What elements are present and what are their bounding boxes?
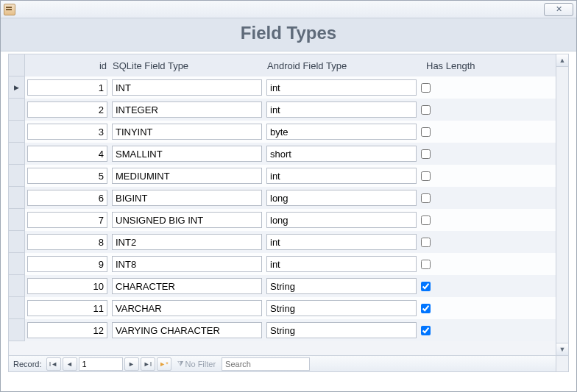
row-selector[interactable] bbox=[9, 121, 25, 143]
has-length-checkbox[interactable] bbox=[421, 282, 431, 291]
no-filter-indicator: ⧩ No Filter bbox=[173, 360, 221, 368]
titlebar: ✕ bbox=[1, 1, 576, 18]
id-field[interactable] bbox=[27, 146, 107, 162]
id-field[interactable] bbox=[27, 190, 107, 206]
sqlite-type-field[interactable] bbox=[112, 124, 262, 140]
scroll-up-icon[interactable]: ▲ bbox=[556, 54, 568, 67]
android-type-field[interactable] bbox=[266, 322, 417, 338]
col-header-sqlite[interactable]: SQLite Field Type bbox=[110, 60, 264, 71]
row-selector[interactable] bbox=[9, 99, 25, 121]
row-selector[interactable] bbox=[9, 143, 25, 165]
android-type-field[interactable] bbox=[266, 300, 417, 316]
close-icon: ✕ bbox=[556, 4, 562, 14]
android-type-field[interactable] bbox=[266, 101, 417, 118]
has-length-checkbox[interactable] bbox=[421, 149, 431, 159]
sqlite-type-field[interactable] bbox=[112, 79, 262, 96]
vertical-scrollbar[interactable]: ▲ ▼ bbox=[556, 54, 568, 355]
form-header: Field Types bbox=[1, 18, 576, 51]
sqlite-type-field[interactable] bbox=[112, 322, 262, 338]
android-type-field[interactable] bbox=[266, 212, 417, 228]
row-selector[interactable] bbox=[9, 165, 25, 187]
page-title: Field Types bbox=[1, 23, 576, 43]
row-selector[interactable] bbox=[9, 209, 25, 231]
col-header-id[interactable]: id bbox=[25, 60, 110, 71]
id-field[interactable] bbox=[27, 168, 107, 184]
table-row bbox=[9, 231, 556, 253]
table-row bbox=[9, 121, 556, 143]
datasheet-grid: id SQLite Field Type Android Field Type … bbox=[9, 54, 556, 355]
android-type-field[interactable] bbox=[266, 234, 417, 250]
sqlite-type-field[interactable] bbox=[112, 278, 262, 294]
scroll-down-icon[interactable]: ▼ bbox=[556, 343, 568, 355]
table-row bbox=[9, 275, 556, 297]
id-field[interactable] bbox=[27, 256, 107, 272]
search-input[interactable] bbox=[222, 357, 310, 371]
id-field[interactable] bbox=[27, 124, 107, 140]
current-record-input[interactable] bbox=[79, 357, 123, 371]
nav-next-button[interactable]: ► bbox=[124, 357, 139, 371]
table-row bbox=[9, 187, 556, 209]
has-length-checkbox[interactable] bbox=[421, 304, 431, 313]
has-length-checkbox[interactable] bbox=[421, 238, 431, 247]
nav-new-button[interactable]: ►* bbox=[157, 357, 171, 371]
form-icon bbox=[4, 4, 15, 15]
id-field[interactable] bbox=[27, 278, 107, 294]
table-row bbox=[9, 165, 556, 187]
sqlite-type-field[interactable] bbox=[112, 300, 262, 316]
row-selector[interactable] bbox=[9, 297, 25, 319]
row-selector-header[interactable] bbox=[9, 54, 25, 76]
record-navigator: Record: I◄ ◄ ► ►I ►* ⧩ No Filter bbox=[9, 355, 556, 371]
table-row bbox=[9, 99, 556, 121]
android-type-field[interactable] bbox=[266, 124, 417, 140]
sqlite-type-field[interactable] bbox=[112, 256, 262, 272]
android-type-field[interactable] bbox=[266, 168, 417, 184]
id-field[interactable] bbox=[27, 234, 107, 250]
android-type-field[interactable] bbox=[266, 79, 417, 96]
has-length-checkbox[interactable] bbox=[421, 326, 431, 335]
nav-first-button[interactable]: I◄ bbox=[46, 357, 61, 371]
row-selector[interactable] bbox=[9, 319, 25, 341]
grid-wrap: id SQLite Field Type Android Field Type … bbox=[9, 54, 568, 371]
resize-grip[interactable] bbox=[556, 355, 568, 371]
col-header-haslength[interactable]: Has Length bbox=[419, 60, 478, 71]
table-row bbox=[9, 297, 556, 319]
sqlite-type-field[interactable] bbox=[112, 101, 262, 118]
has-length-checkbox[interactable] bbox=[421, 127, 431, 137]
record-label: Record: bbox=[10, 360, 45, 368]
row-selector[interactable] bbox=[9, 76, 25, 99]
access-form-window: ✕ Field Types id SQLite Field Type Andro… bbox=[0, 0, 577, 392]
row-selector[interactable] bbox=[9, 187, 25, 209]
table-row bbox=[9, 209, 556, 231]
has-length-checkbox[interactable] bbox=[421, 215, 431, 225]
no-filter-label: No Filter bbox=[185, 360, 216, 368]
has-length-checkbox[interactable] bbox=[421, 83, 431, 93]
sqlite-type-field[interactable] bbox=[112, 168, 262, 184]
sqlite-type-field[interactable] bbox=[112, 146, 262, 162]
sqlite-type-field[interactable] bbox=[112, 234, 262, 250]
sqlite-type-field[interactable] bbox=[112, 190, 262, 206]
has-length-checkbox[interactable] bbox=[421, 193, 431, 203]
id-field[interactable] bbox=[27, 79, 107, 96]
form-body: id SQLite Field Type Android Field Type … bbox=[8, 54, 569, 372]
row-selector[interactable] bbox=[9, 275, 25, 297]
android-type-field[interactable] bbox=[266, 256, 417, 272]
id-field[interactable] bbox=[27, 101, 107, 118]
has-length-checkbox[interactable] bbox=[421, 171, 431, 181]
has-length-checkbox[interactable] bbox=[421, 260, 431, 269]
column-header-row: id SQLite Field Type Android Field Type … bbox=[9, 54, 556, 76]
table-row bbox=[9, 76, 556, 99]
has-length-checkbox[interactable] bbox=[421, 105, 431, 115]
android-type-field[interactable] bbox=[266, 190, 417, 206]
id-field[interactable] bbox=[27, 322, 107, 338]
row-selector[interactable] bbox=[9, 231, 25, 253]
android-type-field[interactable] bbox=[266, 146, 417, 162]
close-button[interactable]: ✕ bbox=[544, 3, 573, 16]
nav-prev-button[interactable]: ◄ bbox=[63, 357, 77, 371]
row-selector[interactable] bbox=[9, 253, 25, 275]
nav-last-button[interactable]: ►I bbox=[141, 357, 155, 371]
col-header-android[interactable]: Android Field Type bbox=[264, 60, 419, 71]
sqlite-type-field[interactable] bbox=[112, 212, 262, 228]
android-type-field[interactable] bbox=[266, 278, 417, 294]
id-field[interactable] bbox=[27, 300, 107, 316]
id-field[interactable] bbox=[27, 212, 107, 228]
